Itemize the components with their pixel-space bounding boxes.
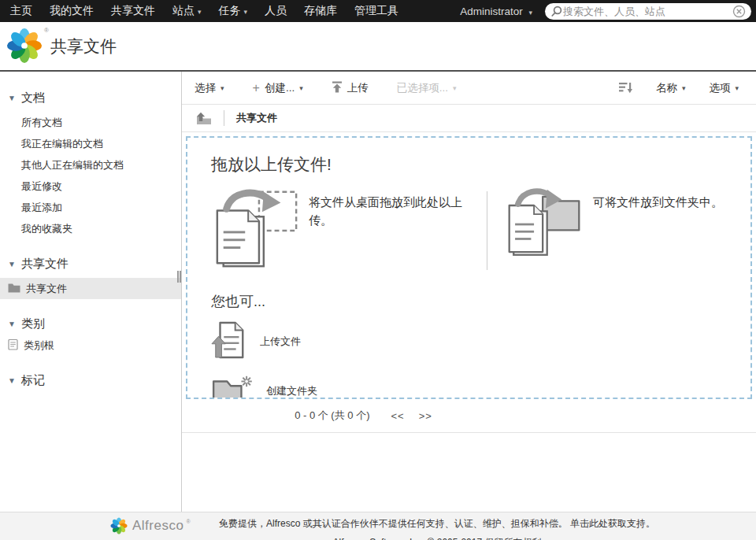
plus-icon: + [253,82,260,94]
sidebar-item-others-editing[interactable]: 其他人正在编辑的文档 [0,154,181,176]
sidebar-item-recently-added[interactable]: 最近添加 [0,197,181,218]
document-toolbar: 选择 ▾ + 创建... ▾ 上传 [182,72,756,105]
breadcrumb: 共享文件 [182,105,756,132]
sort-direction-icon[interactable] [619,82,632,94]
empty-document-list-area [182,433,756,512]
user-menu[interactable]: Administrator ▾ [460,6,532,17]
create-folder-action[interactable]: 创建文件夹 [211,373,317,399]
footer-text: 免费提供，Alfresco 或其认证合作伙伴不提供任何支持、认证、维护、担保和补… [206,517,668,540]
selected-items-button[interactable]: 已选择项... ▾ [397,81,457,95]
dropzone-column-divider [487,191,487,270]
registered-mark: ® [186,519,190,524]
create-button[interactable]: + 创建... ▾ [253,81,303,95]
sidebar-section-tags: ▼ 标记 [0,372,181,390]
dropzone-folder-hint: 可将文件放到文件夹中。 [505,187,723,265]
clear-search-icon[interactable] [732,5,746,18]
sidebar-section-tags-header[interactable]: ▼ 标记 [0,372,181,390]
dropzone-desktop-hint: 将文件从桌面拖放到此处以上传。 [209,187,487,275]
get-support-link[interactable]: 单击此处获取支持。 [570,518,655,529]
sidebar-resize-handle[interactable] [177,271,181,283]
sidebar-section-categories-header[interactable]: ▼ 类别 [0,315,181,333]
upload-button[interactable]: 上传 [332,81,369,95]
upload-arrow-icon [332,81,343,95]
sidebar-section-shared-files-header[interactable]: ▼ 共享文件 [0,255,181,273]
nav-item-repository[interactable]: 存储库 [295,4,346,18]
caret-down-icon: ▾ [528,9,532,17]
search-box [545,3,751,20]
nav-item-home[interactable]: 主页 [2,4,41,18]
nav-item-sites[interactable]: 站点▾ [164,4,210,18]
registered-mark: ® [44,27,49,34]
footer-copyright: Alfresco Software Inc. © 2005-2017 保留所有权… [206,536,668,540]
breadcrumb-current-folder[interactable]: 共享文件 [236,111,277,125]
sidebar-section-documents-header[interactable]: ▼ 文档 [0,89,181,107]
collapse-triangle-icon: ▼ [8,94,16,102]
drag-from-desktop-icon [209,187,302,275]
sidebar-item-all-documents[interactable]: 所有文档 [0,112,181,133]
caret-down-icon: ▾ [220,84,224,92]
main-panel: 选择 ▾ + 创建... ▾ 上传 [182,72,756,512]
nav-item-admin-tools[interactable]: 管理工具 [346,4,407,18]
caret-down-icon: ▾ [453,84,457,92]
top-navigation: 主页 我的文件 共享文件 站点▾ 任务▾ 人员 存储库 管理工具 Adminis… [0,0,756,22]
upload-file-icon [211,320,247,363]
sidebar-item-recently-modified[interactable]: 最近修改 [0,176,181,197]
select-button[interactable]: 选择 ▾ [195,81,224,95]
previous-page-link[interactable]: << [391,410,404,422]
sidebar-section-documents: ▼ 文档 所有文档 我正在编辑的文档 其他人正在编辑的文档 最近修改 最近添加 … [0,89,181,239]
sidebar: ▼ 文档 所有文档 我正在编辑的文档 其他人正在编辑的文档 最近修改 最近添加 … [0,72,182,512]
category-document-icon [8,338,18,353]
folder-up-icon[interactable] [195,112,212,125]
page-title: 共享文件 [50,35,117,57]
nav-item-my-files[interactable]: 我的文件 [41,4,102,18]
collapse-triangle-icon: ▼ [8,320,16,328]
alfresco-logo[interactable]: ® [6,28,47,65]
search-icon[interactable] [550,6,563,17]
sidebar-section-shared-files: ▼ 共享文件 共享文件 [0,255,181,299]
sidebar-section-categories: ▼ 类别 类别根 [0,315,181,356]
dropzone-title: 拖放以上传文件! [211,153,728,176]
collapse-triangle-icon: ▼ [8,376,16,385]
caret-down-icon: ▾ [299,84,303,92]
sidebar-item-my-favorites[interactable]: 我的收藏夹 [0,218,181,239]
nav-item-tasks[interactable]: 任务▾ [210,4,257,18]
nav-item-people[interactable]: 人员 [256,4,295,18]
footer-brand-name: Alfresco [132,518,183,534]
create-folder-icon [211,373,254,399]
alfresco-share-app: 主页 我的文件 共享文件 站点▾ 任务▾ 人员 存储库 管理工具 Adminis… [0,0,756,540]
search-input[interactable] [563,6,732,17]
folder-icon [8,283,20,295]
next-page-link[interactable]: >> [419,410,432,422]
caret-down-icon: ▾ [244,8,248,16]
sidebar-item-category-root[interactable]: 类别根 [0,335,181,356]
caret-down-icon: ▾ [735,84,739,92]
content-region: ▼ 文档 所有文档 我正在编辑的文档 其他人正在编辑的文档 最近修改 最近添加 … [0,70,756,512]
footer-support-text: 免费提供，Alfresco 或其认证合作伙伴不提供任何支持、认证、维护、担保和补… [219,518,568,529]
collapse-triangle-icon: ▼ [8,260,16,268]
also-heading: 您也可... [211,292,728,311]
sort-field-button[interactable]: 名称 ▾ [656,81,686,95]
options-button[interactable]: 选项 ▾ [709,81,739,95]
sidebar-item-shared-files-root[interactable]: 共享文件 [0,278,181,299]
toolbar-right-group: 名称 ▾ 选项 ▾ [619,81,739,95]
upload-file-action[interactable]: 上传文件 [211,320,301,363]
drop-into-folder-icon [505,187,584,265]
nav-item-shared-files[interactable]: 共享文件 [102,4,164,18]
footer: Alfresco ® 免费提供，Alfresco 或其认证合作伙伴不提供任何支持… [0,512,756,540]
file-drop-zone[interactable]: 拖放以上传文件! [186,136,752,399]
sidebar-item-im-editing[interactable]: 我正在编辑的文档 [0,133,181,154]
paginator: 0 - 0 个 (共 0 个) << >> [182,399,756,433]
breadcrumb-divider [224,110,224,126]
footer-alfresco-logo: Alfresco ® [110,517,191,534]
caret-down-icon: ▾ [198,8,202,16]
caret-down-icon: ▾ [682,84,686,92]
dropzone-hints-row: 将文件从桌面拖放到此处以上传。 [209,187,728,275]
page-header: ® 共享文件 [0,22,756,70]
pagination-info: 0 - 0 个 (共 0 个) [295,409,369,423]
